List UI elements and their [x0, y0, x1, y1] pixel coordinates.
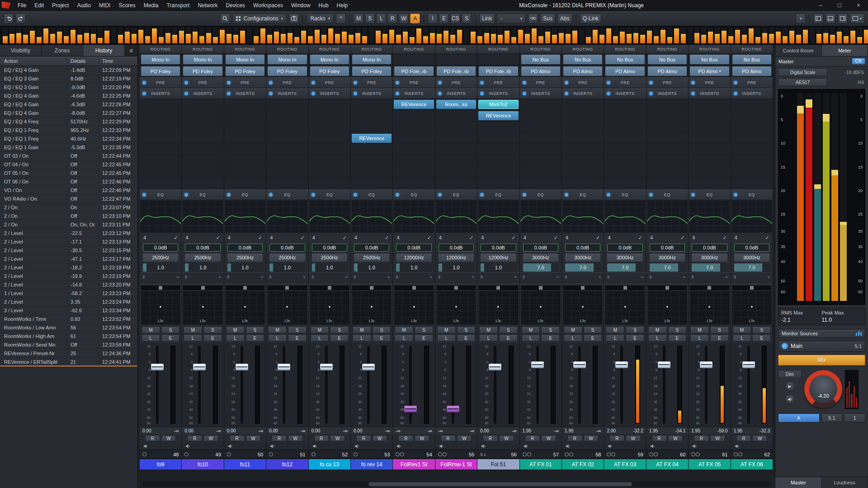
routing-rack-header[interactable]: ROUTING [604, 45, 646, 54]
insert-slot[interactable] [266, 178, 308, 189]
insert-slot[interactable] [140, 99, 181, 110]
speaker-icon[interactable] [481, 444, 486, 448]
history-col-details[interactable]: Details [68, 58, 99, 64]
write-automation-button[interactable]: W [584, 435, 599, 441]
pan-marker[interactable] [539, 286, 542, 290]
eq-led-icon[interactable] [523, 193, 526, 197]
mute-button[interactable]: M [268, 326, 287, 333]
channel-strip-rack-row[interactable]: 3 ≈ [224, 272, 266, 281]
channel-strip-rack-row[interactable]: 3 ≈ [309, 272, 350, 281]
pan-position-dot[interactable] [286, 306, 288, 308]
fader-handle[interactable] [236, 364, 248, 371]
pre-led-icon[interactable] [438, 81, 442, 84]
channel-name[interactable]: FolRev1 St [393, 459, 434, 469]
history-row[interactable]: RoomWorks / Time 0.83 12:23:52 PM [0, 315, 137, 324]
channel-strip-rack-row[interactable]: 3 ≈ [477, 272, 519, 281]
redo-button[interactable] [16, 14, 26, 23]
inserts-led-icon[interactable] [269, 92, 273, 95]
filter-l[interactable]: L [376, 14, 386, 23]
eq-led-icon[interactable] [565, 193, 568, 197]
input-routing-value[interactable] [479, 55, 518, 64]
output-routing-value[interactable]: PD Atmo [605, 66, 644, 76]
insert-slot[interactable] [689, 178, 730, 189]
insert-slot[interactable] [435, 167, 477, 178]
maximize-button[interactable]: □ [830, 0, 849, 10]
fader-track[interactable] [494, 346, 496, 424]
insert-slot[interactable] [140, 167, 181, 178]
pan-position-dot[interactable] [244, 306, 246, 308]
surround-panner[interactable]: Lfe [690, 291, 729, 324]
eq-rack-header[interactable]: EQ [393, 189, 434, 200]
fader-handle[interactable] [404, 406, 417, 413]
history-row[interactable]: 2 / Level -17.1 12:23:13 PM [0, 238, 137, 246]
insert-slot[interactable] [646, 99, 688, 110]
read-automation-button[interactable]: R [483, 435, 498, 441]
fader-level-value[interactable]: 0.00 [311, 428, 320, 433]
input-routing-value[interactable] [394, 55, 433, 64]
fader-track[interactable] [536, 346, 539, 424]
scrollbar-thumb[interactable] [368, 482, 632, 486]
input-routing-cell[interactable]: No Bus [646, 54, 688, 66]
insert-slot[interactable] [604, 144, 646, 155]
input-routing-value[interactable]: Mono In [141, 55, 180, 64]
channel-number-row[interactable]: 5.1 56 [477, 450, 519, 459]
insert-slot[interactable] [477, 167, 519, 178]
input-routing-cell[interactable]: No Bus [689, 54, 730, 66]
insert-slot[interactable] [689, 167, 730, 178]
mute-button[interactable]: M [142, 326, 160, 333]
channel-name[interactable]: fo11 [224, 459, 266, 469]
eq-frequency-value[interactable]: 2500Hz [354, 253, 389, 262]
channel-name[interactable]: fo10 [182, 459, 223, 469]
speaker-icon[interactable] [186, 444, 190, 448]
pre-rack-header[interactable]: PRE [604, 77, 646, 88]
insert-slot[interactable] [689, 133, 730, 144]
filter-r[interactable]: R [387, 14, 397, 23]
pan-position-dot[interactable] [371, 306, 373, 308]
channel-number-row[interactable]: 60 [646, 450, 688, 459]
window-layout-left-button[interactable] [813, 14, 823, 23]
fader-track[interactable] [705, 346, 708, 424]
solo-button[interactable]: S [246, 326, 264, 333]
peak-level-value[interactable]: -59.0 [717, 428, 728, 433]
insert-slot[interactable] [351, 155, 392, 167]
write-automation-button[interactable]: W [752, 435, 767, 441]
insert-slot[interactable] [224, 167, 266, 178]
menu-help[interactable]: Help [333, 0, 352, 10]
edit-channel-button[interactable]: E [330, 334, 349, 342]
eq-band-row[interactable]: 4 ✓ [646, 233, 688, 243]
pan-marker[interactable] [328, 286, 331, 290]
inserts-rack-header[interactable]: INSERTS [266, 88, 308, 99]
output-routing-cell[interactable]: PD Atmo [520, 66, 561, 77]
mute-button[interactable]: M [690, 326, 709, 333]
filter-m[interactable]: M [354, 14, 363, 23]
insert-slot[interactable] [224, 178, 266, 189]
solo-button[interactable]: S [330, 326, 349, 333]
routing-rack-header[interactable]: ROUTING [646, 45, 688, 54]
pan-display[interactable] [521, 286, 560, 290]
input-routing-value[interactable]: Mono In [183, 55, 222, 64]
listen-button[interactable]: L [606, 334, 624, 342]
monitor-source-main[interactable]: Main 5.1 [778, 341, 865, 352]
listen-button[interactable]: L [353, 334, 371, 342]
chain-icon-button[interactable] [528, 14, 538, 23]
pan-display[interactable] [479, 286, 518, 290]
insert-slot[interactable] [731, 167, 773, 178]
abs-button[interactable]: Abs [557, 14, 572, 23]
insert-slot[interactable] [689, 144, 730, 155]
pan-position-dot[interactable] [751, 306, 753, 308]
eq-curve-display[interactable] [478, 200, 519, 233]
history-row[interactable]: REVerence / Preset-Nr 25 12:24:36 PM [0, 349, 137, 358]
insert-slot[interactable] [731, 122, 773, 133]
channel-name[interactable]: FolRmw-1 St [435, 459, 477, 469]
channel-name[interactable]: AT FX 06 [731, 459, 773, 469]
pre-led-icon[interactable] [142, 81, 146, 84]
channel-name[interactable]: fo9 [140, 459, 181, 469]
output-routing-value[interactable]: PD Foley [183, 66, 222, 76]
insert-plugin[interactable]: Room...ks [436, 100, 476, 109]
fader-level-value[interactable]: 0.00 [480, 428, 489, 433]
insert-slot[interactable] [477, 122, 519, 133]
input-routing-value[interactable]: No Bus [690, 55, 729, 64]
downmix-format-button[interactable]: 5.1 [821, 413, 843, 422]
i44-value[interactable]: I44 [829, 78, 865, 86]
aes17-button[interactable]: AES17 [778, 78, 827, 86]
